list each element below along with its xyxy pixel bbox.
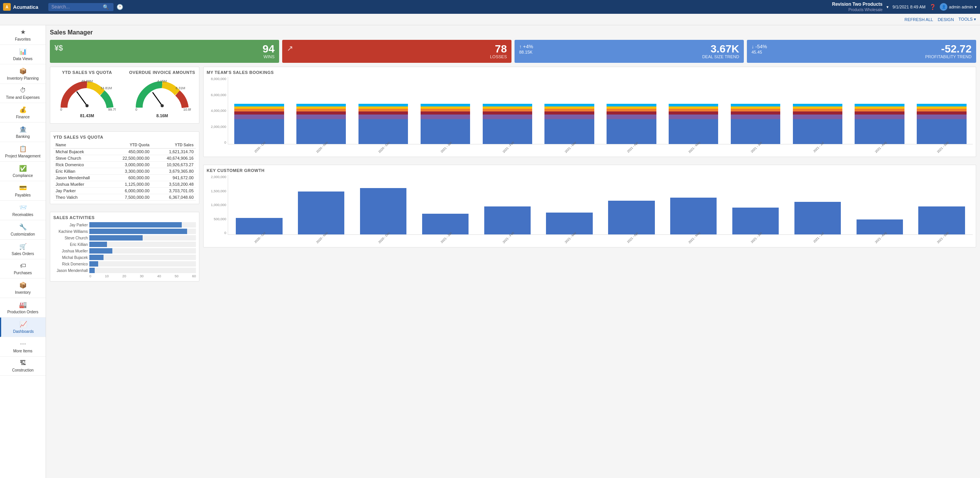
sidebar-item-dashboards[interactable]: 📈 Dashboards <box>0 318 46 337</box>
svg-point-1 <box>86 104 89 107</box>
bar-name: Rick Domenico <box>53 262 88 266</box>
design-button[interactable]: DESIGN <box>938 17 954 22</box>
user-dropdown-icon[interactable]: ▾ <box>975 5 977 10</box>
user-avatar: 👤 <box>940 3 947 11</box>
sidebar-label-finance: Finance <box>16 115 30 119</box>
sidebar-item-compliance[interactable]: ✅ Compliance <box>0 162 46 181</box>
axis-60: 60 <box>192 274 196 278</box>
sidebar-item-inventory-planning[interactable]: 📦 Inventory Planning <box>0 64 46 84</box>
bar-track <box>89 242 196 247</box>
sidebar-item-finance[interactable]: 💰 Finance <box>0 103 46 123</box>
sidebar-item-project-management[interactable]: 📋 Project Management <box>0 142 46 162</box>
bar-segment <box>234 115 284 119</box>
svg-text:10.8M: 10.8M <box>183 108 191 111</box>
ytd-gauge: YTD SALES VS QUOTA 0 <box>53 70 121 118</box>
bar-fill <box>89 248 112 254</box>
axis-30: 30 <box>140 274 143 278</box>
history-icon[interactable]: 🕐 <box>117 4 123 10</box>
charts-right: MY TEAM'S SALES BOOKINGS 8,000,000 6,000… <box>203 67 976 285</box>
help-icon[interactable]: ❓ <box>929 4 936 10</box>
sidebar-item-sales-orders[interactable]: 🛒 Sales Orders <box>0 240 46 259</box>
sidebar-item-favorites[interactable]: ★ Favorites <box>0 25 46 45</box>
overdue-title: OVERDUE INVOICE AMOUNTS <box>128 70 196 75</box>
customization-icon: 🔧 <box>19 223 27 231</box>
row-sales: 10,926,673.27 <box>152 162 196 168</box>
row-quota: 600,000.00 <box>108 175 152 181</box>
ytd-table-title: YTD SALES VS QUOTA <box>53 135 196 139</box>
sidebar-item-data-views[interactable]: 📊 Data Views <box>0 45 46 64</box>
sidebar-item-payables[interactable]: 💳 Payables <box>0 181 46 201</box>
row-name: Steve Church <box>53 155 108 162</box>
svg-text:49.88M: 49.88M <box>81 79 93 83</box>
compliance-icon: ✅ <box>19 165 27 172</box>
refresh-all-button[interactable]: REFRESH ALL <box>904 17 933 22</box>
bar-segment <box>234 111 284 115</box>
sidebar-item-customization[interactable]: 🔧 Customization <box>0 220 46 240</box>
sidebar-item-banking[interactable]: 🏦 Banking <box>0 123 46 142</box>
bookings-xaxis: 2020 - Oct2020 - Nov2020 - Dec2021 - Jan… <box>228 144 973 154</box>
axis-20: 20 <box>122 274 126 278</box>
bar-segment <box>421 115 470 119</box>
kpi-profitability: ↓ -54% 45.45 -52.72 PROFITABILITY TREND <box>747 40 976 63</box>
key-customer-chart: 2,000,000 1,500,000 1,000,000 500,000 0 … <box>207 175 973 244</box>
tools-button[interactable]: TOOLS ▾ <box>959 17 976 22</box>
time-expenses-icon: ⏱ <box>20 87 26 94</box>
losses-icon: ↗ <box>287 44 293 53</box>
bar-segment <box>358 111 408 115</box>
sidebar-label-inventory-planning: Inventory Planning <box>7 76 39 80</box>
sidebar-item-more-items[interactable]: ⋯ More Items <box>0 337 46 357</box>
sidebar-item-time-expenses[interactable]: ⏱ Time and Expenses <box>0 84 46 103</box>
sidebar-item-receivables[interactable]: 📨 Receivables <box>0 201 46 220</box>
bar-segment <box>483 115 532 119</box>
overdue-gauge-svg: 0 4.15M 8.31M 10.8M <box>133 77 191 111</box>
sidebar-item-production-orders[interactable]: 🏭 Production Orders <box>0 298 46 318</box>
row-quota: 450,000.00 <box>108 149 152 155</box>
logo-area[interactable]: A Acumatica <box>3 3 45 11</box>
wins-label: WINS <box>263 54 275 59</box>
bar-track <box>89 222 196 228</box>
main-layout: ★ Favorites 📊 Data Views 📦 Inventory Pla… <box>0 25 980 478</box>
col-name: Name <box>53 142 108 149</box>
bar-segment <box>793 115 842 119</box>
search-box[interactable]: 🔍 <box>48 3 113 11</box>
deal-size-label: DEAL SIZE TREND <box>702 54 739 59</box>
search-input[interactable] <box>51 4 101 10</box>
bar-segment <box>669 111 718 115</box>
gauges-section: YTD SALES VS QUOTA 0 <box>50 67 199 124</box>
row-name: Joshua Mueller <box>53 181 108 188</box>
sidebar-label-construction: Construction <box>12 368 33 372</box>
col-ytd-quota: YTD Quota <box>108 142 152 149</box>
bar-segment <box>917 104 966 106</box>
search-icon[interactable]: 🔍 <box>103 4 109 10</box>
project-management-icon: 📋 <box>19 145 27 152</box>
company-info: Revision Two Products Products Wholesale <box>832 2 883 13</box>
bar-segment <box>855 104 904 106</box>
user-area[interactable]: 👤 admin admin ▾ <box>940 3 977 11</box>
sidebar-item-purchases[interactable]: 🏷 Purchases <box>0 259 46 278</box>
row-quota: 1,125,000.00 <box>108 181 152 188</box>
overdue-gauge-value: 8.16M <box>128 113 196 118</box>
svg-point-7 <box>161 104 164 107</box>
row-sales: 3,518,200.48 <box>152 181 196 188</box>
sidebar-item-inventory[interactable]: 📦 Inventory <box>0 278 46 298</box>
deal-size-value: 3.67K <box>702 44 739 54</box>
bar-segment <box>544 111 594 115</box>
bar-row: Kachine Williams <box>53 229 196 234</box>
bar-row: Steve Church <box>53 235 196 241</box>
sidebar-item-construction[interactable]: 🏗 Construction <box>0 357 46 376</box>
bar-fill <box>89 268 95 273</box>
sidebar-label-banking: Banking <box>16 134 30 139</box>
bar-segment <box>669 104 718 106</box>
bar-segment <box>855 115 904 119</box>
bar-segment <box>234 109 284 111</box>
page-title: Sales Manager <box>50 29 976 36</box>
bar-track <box>89 261 196 267</box>
wins-icon: ¥$ <box>54 44 63 52</box>
bar-segment <box>358 109 408 111</box>
kpi-wins: ¥$ 94 WINS <box>50 40 279 63</box>
bar-segment <box>607 111 656 115</box>
dropdown-icon[interactable]: ▾ <box>886 5 889 10</box>
table-row: Jay Parker6,000,000.003,703,701.05 <box>53 188 196 194</box>
sidebar-label-data-views: Data Views <box>13 57 32 61</box>
production-orders-icon: 🏭 <box>19 301 27 308</box>
